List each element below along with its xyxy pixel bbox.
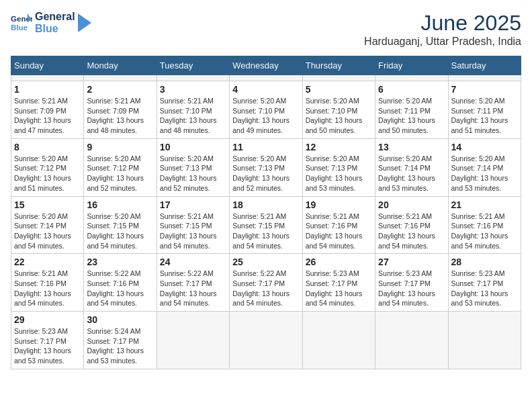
day-17: 17 Sunrise: 5:21 AMSunset: 7:15 PMDaylig… — [157, 196, 229, 254]
week-1 — [11, 75, 521, 81]
day-10: 10 Sunrise: 5:20 AMSunset: 7:13 PMDaylig… — [157, 138, 229, 196]
header: General Blue General Blue June 2025 Hard… — [11, 11, 521, 48]
day-empty-w5-4 — [230, 312, 302, 369]
day-20: 20 Sunrise: 5:21 AMSunset: 7:16 PMDaylig… — [375, 196, 448, 254]
day-2: 2 Sunrise: 5:21 AMSunset: 7:09 PMDayligh… — [84, 81, 157, 139]
day-6: 6 Sunrise: 5:20 AMSunset: 7:11 PMDayligh… — [375, 81, 448, 139]
day-3: 3 Sunrise: 5:21 AMSunset: 7:10 PMDayligh… — [157, 81, 229, 139]
week-3: 15 Sunrise: 5:20 AMSunset: 7:14 PMDaylig… — [11, 196, 521, 254]
logo-arrow-icon — [78, 13, 91, 32]
week-4: 22 Sunrise: 5:21 AMSunset: 7:16 PMDaylig… — [11, 254, 521, 312]
header-thursday: Thursday — [302, 56, 375, 75]
svg-marker-3 — [78, 13, 91, 32]
day-empty-1 — [11, 75, 84, 81]
day-empty-5 — [302, 75, 375, 81]
header-wednesday: Wednesday — [230, 56, 302, 75]
day-26: 26 Sunrise: 5:23 AMSunset: 7:17 PMDaylig… — [302, 254, 375, 312]
day-12: 12 Sunrise: 5:20 AMSunset: 7:13 PMDaylig… — [302, 138, 375, 196]
svg-text:Blue: Blue — [11, 23, 28, 31]
header-friday: Friday — [375, 56, 448, 75]
header-tuesday: Tuesday — [157, 56, 229, 75]
day-4: 4 Sunrise: 5:20 AMSunset: 7:10 PMDayligh… — [230, 81, 302, 139]
day-14: 14 Sunrise: 5:20 AMSunset: 7:14 PMDaylig… — [448, 138, 521, 196]
day-empty-w5-7 — [448, 312, 521, 369]
day-empty-4 — [230, 75, 302, 81]
day-empty-6 — [375, 75, 448, 81]
day-28: 28 Sunrise: 5:23 AMSunset: 7:17 PMDaylig… — [448, 254, 521, 312]
header-sunday: Sunday — [11, 56, 84, 75]
location-title: Harduaganj, Uttar Pradesh, India — [364, 36, 521, 48]
day-19: 19 Sunrise: 5:21 AMSunset: 7:16 PMDaylig… — [302, 196, 375, 254]
logo-blue: Blue — [35, 23, 75, 35]
day-23: 23 Sunrise: 5:22 AMSunset: 7:16 PMDaylig… — [84, 254, 157, 312]
month-title: June 2025 — [364, 11, 521, 36]
calendar-table: Sunday Monday Tuesday Wednesday Thursday… — [11, 56, 521, 369]
day-22: 22 Sunrise: 5:21 AMSunset: 7:16 PMDaylig… — [11, 254, 84, 312]
day-16: 16 Sunrise: 5:20 AMSunset: 7:15 PMDaylig… — [84, 196, 157, 254]
week-5: 29 Sunrise: 5:23 AMSunset: 7:17 PMDaylig… — [11, 312, 521, 369]
day-11: 11 Sunrise: 5:20 AMSunset: 7:13 PMDaylig… — [230, 138, 302, 196]
logo-general: General — [35, 11, 75, 23]
day-27: 27 Sunrise: 5:23 AMSunset: 7:17 PMDaylig… — [375, 254, 448, 312]
day-empty-w5-5 — [302, 312, 375, 369]
calendar-header-row: Sunday Monday Tuesday Wednesday Thursday… — [11, 56, 521, 75]
day-29: 29 Sunrise: 5:23 AMSunset: 7:17 PMDaylig… — [11, 312, 84, 369]
day-empty-w5-3 — [157, 312, 229, 369]
day-13: 13 Sunrise: 5:20 AMSunset: 7:14 PMDaylig… — [375, 138, 448, 196]
day-30: 30 Sunrise: 5:24 AMSunset: 7:17 PMDaylig… — [84, 312, 157, 369]
header-saturday: Saturday — [448, 56, 521, 75]
week-2: 8 Sunrise: 5:20 AMSunset: 7:12 PMDayligh… — [11, 138, 521, 196]
day-5: 5 Sunrise: 5:20 AMSunset: 7:10 PMDayligh… — [302, 81, 375, 139]
day-empty-2 — [84, 75, 157, 81]
day-15: 15 Sunrise: 5:20 AMSunset: 7:14 PMDaylig… — [11, 196, 84, 254]
day-18: 18 Sunrise: 5:21 AMSunset: 7:15 PMDaylig… — [230, 196, 302, 254]
day-empty-7 — [448, 75, 521, 81]
day-empty-w5-6 — [375, 312, 448, 369]
day-8: 8 Sunrise: 5:20 AMSunset: 7:12 PMDayligh… — [11, 138, 84, 196]
day-7: 7 Sunrise: 5:20 AMSunset: 7:11 PMDayligh… — [448, 81, 521, 139]
day-21: 21 Sunrise: 5:21 AMSunset: 7:16 PMDaylig… — [448, 196, 521, 254]
day-empty-3 — [157, 75, 229, 81]
day-25: 25 Sunrise: 5:22 AMSunset: 7:17 PMDaylig… — [230, 254, 302, 312]
day-9: 9 Sunrise: 5:20 AMSunset: 7:12 PMDayligh… — [84, 138, 157, 196]
logo-icon: General Blue — [11, 12, 32, 34]
week-1-real: 1 Sunrise: 5:21 AMSunset: 7:09 PMDayligh… — [11, 81, 521, 139]
title-area: June 2025 Harduaganj, Uttar Pradesh, Ind… — [364, 11, 521, 48]
logo: General Blue General Blue — [11, 11, 91, 34]
day-24: 24 Sunrise: 5:22 AMSunset: 7:17 PMDaylig… — [157, 254, 229, 312]
header-monday: Monday — [84, 56, 157, 75]
day-1: 1 Sunrise: 5:21 AMSunset: 7:09 PMDayligh… — [11, 81, 84, 139]
